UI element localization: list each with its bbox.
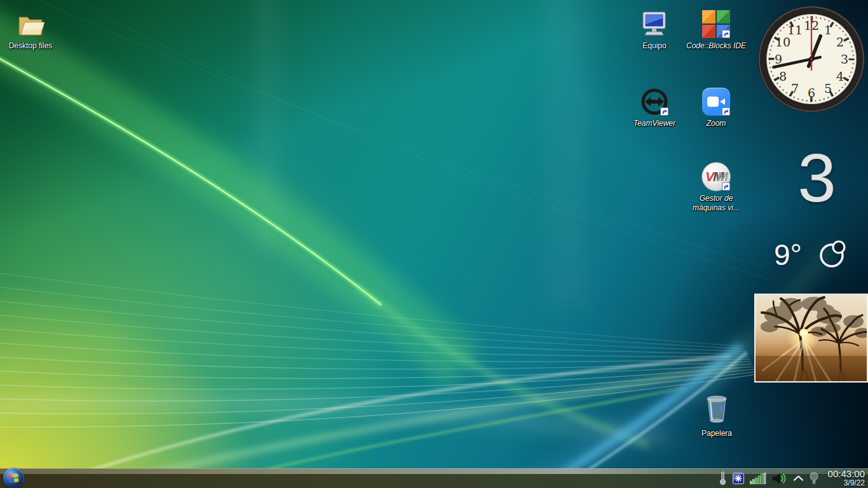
icon-label: Zoom <box>707 119 726 128</box>
clock-numeral: 9 <box>775 52 782 66</box>
icon-label: Code::Blocks IDE <box>686 41 746 51</box>
desktop-icon-codeblocks[interactable]: Code::Blocks IDE <box>686 9 747 51</box>
icon-label: Papelera <box>702 429 732 438</box>
system-tray: 00:43:00 3/9/22 <box>719 468 868 488</box>
icon-label: Desktop files <box>9 41 53 51</box>
thermometer-icon[interactable] <box>719 468 727 488</box>
clock-gadget[interactable]: 12 1 2 3 4 5 6 7 8 9 10 11 <box>757 5 865 113</box>
clock-numeral: 5 <box>824 81 832 95</box>
photo-trees-sunrise <box>756 295 868 383</box>
icon-label: TeamViewer <box>634 119 675 128</box>
desktop-icon-desktop-files[interactable]: Desktop files <box>0 9 61 51</box>
desktop-icon-vm-manager[interactable]: VMM Gestor de máquinas vi... <box>686 161 747 213</box>
computer-icon <box>639 9 670 39</box>
taskbar-clock[interactable]: 00:43:00 3/9/22 <box>824 469 865 487</box>
virtual-machine-manager-icon: VMM <box>701 161 731 192</box>
zoom-icon <box>701 86 731 117</box>
clock-numeral: 1 <box>824 23 832 37</box>
desktop-icon-zoom[interactable]: Zoom <box>686 86 747 128</box>
photo-slideshow-gadget[interactable] <box>754 294 868 383</box>
clock-numeral: 3 <box>841 52 848 66</box>
shortcut-arrow-icon <box>660 107 668 116</box>
clock-numeral: 4 <box>836 69 844 83</box>
folder-icon <box>15 9 46 39</box>
chevron-up-icon[interactable] <box>793 468 804 488</box>
shortcut-arrow-icon <box>722 30 730 38</box>
taskbar-time: 00:43:00 <box>828 469 865 479</box>
codeblocks-icon <box>701 9 731 39</box>
clock-numeral: 6 <box>808 86 815 100</box>
shortcut-arrow-icon <box>722 182 730 191</box>
desktop-icon-teamviewer[interactable]: TeamViewer <box>624 86 685 128</box>
windows-logo-icon <box>8 473 19 484</box>
weather-temperature: 9° <box>774 238 802 272</box>
teamviewer-icon <box>639 86 670 117</box>
taskbar-date: 3/9/22 <box>828 479 865 487</box>
moon-icon <box>817 240 848 270</box>
desktop: Desktop files Equipo Code::Blocks IDE <box>0 0 868 488</box>
lightbulb-icon[interactable] <box>810 468 818 488</box>
signal-strength-icon[interactable] <box>750 468 766 488</box>
calendar-day: 3 <box>797 139 836 216</box>
start-button[interactable] <box>3 468 24 488</box>
clock-numeral: 10 <box>775 35 790 49</box>
clock-numeral: 11 <box>787 23 803 37</box>
desktop-icon-recycle-bin[interactable]: Papelera <box>686 391 747 438</box>
shortcut-arrow-icon <box>722 107 730 116</box>
weather-gadget[interactable]: 9° <box>774 238 868 272</box>
icon-label: Equipo <box>642 41 666 51</box>
desktop-icon-equipo[interactable]: Equipo <box>624 9 685 51</box>
display-settings-icon[interactable] <box>733 468 744 488</box>
clock-numeral: 12 <box>804 18 819 32</box>
volume-icon[interactable] <box>772 468 787 488</box>
clock-numeral: 2 <box>836 35 844 49</box>
taskbar: 00:43:00 3/9/22 <box>0 468 868 488</box>
clock-numeral: 7 <box>791 81 799 95</box>
clock-numeral: 8 <box>779 69 787 83</box>
recycle-bin-icon <box>702 391 732 427</box>
calendar-gadget[interactable]: 3 <box>768 144 866 212</box>
icon-label: Gestor de máquinas vi... <box>686 194 747 213</box>
